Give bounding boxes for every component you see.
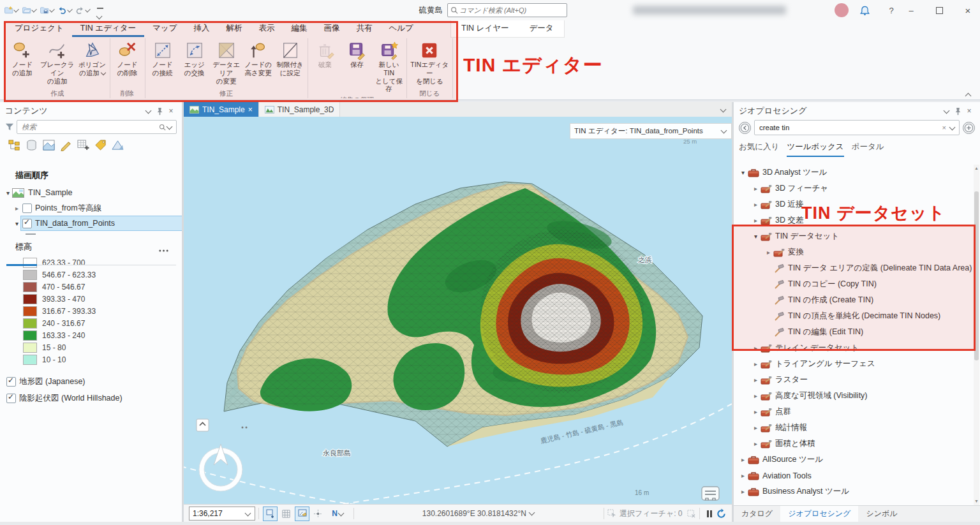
chevron-down-icon[interactable] xyxy=(31,7,37,13)
toolbox-item-label[interactable]: TIN データ エリアの定義 (Delineate TIN Data Area) xyxy=(788,263,972,274)
layer-label[interactable]: TIN_Sample xyxy=(28,188,72,197)
toolbox-item-label[interactable]: 3D 近接 xyxy=(775,199,803,210)
layer-label[interactable]: TIN_data_from_Points xyxy=(35,219,115,228)
close-button[interactable]: × xyxy=(958,3,977,18)
scrollbar-thumb[interactable] xyxy=(974,191,979,360)
layer-checkbox[interactable] xyxy=(22,219,32,228)
toolbox-tree-row[interactable]: TIN データセット xyxy=(734,228,972,244)
ribbon-button[interactable]: 制限付き に設定 xyxy=(274,38,306,78)
toolbox-item-label[interactable]: 変換 xyxy=(788,247,804,258)
back-button[interactable] xyxy=(739,122,751,134)
toolbox-item-label[interactable]: トライアングル サーフェス xyxy=(775,359,875,369)
expander-icon[interactable] xyxy=(752,185,760,192)
coordinates-display[interactable]: 130.2601689°E 30.8181432°N xyxy=(357,509,600,518)
ribbon-tab[interactable]: 挿入 xyxy=(185,20,218,37)
expander-icon[interactable] xyxy=(752,233,760,240)
toolbox-item-label[interactable]: TIN の編集 (Edit TIN) xyxy=(788,327,863,337)
ribbon-button[interactable]: ノード の接続 xyxy=(147,38,179,78)
ribbon-button[interactable]: TINエディター を閉じる xyxy=(408,38,451,86)
expander-icon[interactable] xyxy=(752,424,760,431)
toolbox-item-label[interactable]: テレイン データセット xyxy=(775,343,859,353)
layer-checkbox[interactable] xyxy=(6,377,16,387)
quick-access-button[interactable] xyxy=(22,3,37,17)
contents-toolbar-button[interactable] xyxy=(24,138,39,152)
more-options-icon[interactable] xyxy=(158,249,169,253)
expander-icon[interactable] xyxy=(752,408,760,415)
contents-toolbar-button[interactable] xyxy=(58,138,73,152)
ribbon-tab[interactable]: 編集 xyxy=(283,20,315,37)
toolbox-tree-row[interactable]: 面積と体積 xyxy=(734,436,972,452)
ribbon-button[interactable]: 保存 xyxy=(341,38,373,70)
toolbox-tree-row[interactable]: AllSource ツール xyxy=(734,452,972,468)
basemap-row[interactable]: 陰影起伏図 (World Hillshade) xyxy=(0,390,182,406)
toolbox-item-label[interactable]: TIN データセット xyxy=(775,231,839,242)
toolbox-tree-row[interactable]: TIN の編集 (Edit TIN) xyxy=(734,324,972,340)
close-panel-icon[interactable]: × xyxy=(963,106,975,116)
pin-icon[interactable] xyxy=(952,106,963,116)
add-toolbox-button[interactable] xyxy=(963,122,975,134)
toolbox-tree-row[interactable]: ラスター xyxy=(734,372,972,388)
contents-search-input[interactable] xyxy=(20,122,159,131)
toolbox-tree-row[interactable]: TIN データ エリアの定義 (Delineate TIN Data Area) xyxy=(734,260,972,276)
contents-toolbar-button[interactable] xyxy=(110,138,125,152)
quick-access-button[interactable] xyxy=(57,3,73,17)
toolbox-item-label[interactable]: 3D フィーチャ xyxy=(775,183,828,194)
toolbox-tree-row[interactable]: Business Analyst ツール xyxy=(734,484,972,499)
ribbon-tab[interactable]: 解析 xyxy=(218,20,250,37)
chevron-down-icon[interactable] xyxy=(85,7,91,13)
expander-icon[interactable] xyxy=(739,456,747,463)
chevron-down-icon[interactable] xyxy=(167,123,173,129)
chevron-down-icon[interactable] xyxy=(49,7,55,13)
ribbon-button[interactable]: ノード の削除 xyxy=(112,38,144,78)
expander-icon[interactable] xyxy=(752,217,760,224)
toolbox-item-label[interactable]: TIN のコピー (Copy TIN) xyxy=(788,279,877,290)
toolbox-tree-row[interactable]: Aviation Tools xyxy=(734,468,972,484)
toolbox-tree-row[interactable]: テレイン データセット xyxy=(734,340,972,356)
avatar[interactable] xyxy=(835,3,849,17)
ribbon-tab[interactable]: マップ xyxy=(144,20,185,37)
geoprocessing-tab[interactable]: ポータル xyxy=(852,142,884,157)
pause-drawing-button[interactable] xyxy=(707,510,713,517)
toolbox-item-label[interactable]: 高度な可視領域 (Visibility) xyxy=(775,390,868,401)
toolbox-tree-row[interactable]: 3D フィーチャ xyxy=(734,181,972,196)
ribbon-button[interactable]: 破棄 xyxy=(309,38,341,70)
chevron-down-icon[interactable] xyxy=(949,124,956,130)
ribbon-button[interactable]: データエリア の変更 xyxy=(211,38,242,86)
toolbox-tree-row[interactable]: 変換 xyxy=(734,244,972,260)
toolbox-item-label[interactable]: 3D Analyst ツール xyxy=(762,167,827,178)
contents-search-box[interactable] xyxy=(17,120,177,134)
minimize-button[interactable]: – xyxy=(902,3,921,18)
ribbon-button[interactable]: ポリゴン の追加 xyxy=(77,38,108,78)
dock-tab[interactable]: カタログ xyxy=(734,506,780,522)
rotation-north-button[interactable]: N xyxy=(327,507,350,521)
toolbox-tree-row[interactable]: 点群 xyxy=(734,404,972,420)
map-canvas[interactable]: 鹿児島 - 竹島 - 硫黄島 - 黒島 之浜 永良部島 25 m 16 m xyxy=(184,117,732,504)
command-search[interactable] xyxy=(447,3,567,17)
chevron-down-icon[interactable] xyxy=(67,7,73,13)
toolbox-tree-row[interactable]: TIN の頂点を単純化 (Decimate TIN Nodes) xyxy=(734,308,972,324)
expander-icon[interactable] xyxy=(4,189,12,196)
contents-toolbar-button[interactable] xyxy=(41,138,56,152)
ribbon-button[interactable]: エッジ の交換 xyxy=(179,38,211,78)
map-view-tab[interactable]: TIN_Sample × xyxy=(184,102,259,117)
filter-funnel-icon[interactable] xyxy=(5,122,14,131)
scroll-up-icon[interactable]: ▲ xyxy=(974,166,979,170)
expander-icon[interactable] xyxy=(752,392,760,399)
contents-toolbar-button[interactable] xyxy=(93,138,108,152)
ribbon-button[interactable]: ブレークライン の追加 xyxy=(38,38,77,86)
customize-qat-button[interactable] xyxy=(97,8,103,21)
grid-button[interactable] xyxy=(279,507,293,521)
geoprocessing-tab[interactable]: お気に入り xyxy=(739,142,779,157)
expander-icon[interactable] xyxy=(752,201,760,208)
selected-features-count[interactable]: 選択フィーチャ: 0 xyxy=(620,508,682,519)
snapping-button[interactable] xyxy=(295,507,309,521)
ribbon-button[interactable]: 新しい TIN として保存 xyxy=(373,38,405,94)
basemap-row[interactable]: 地形図 (Japanese) xyxy=(0,373,182,390)
toolbox-tree-row[interactable]: 高度な可視領域 (Visibility) xyxy=(734,388,972,404)
expander-icon[interactable] xyxy=(752,360,760,367)
restore-button[interactable] xyxy=(930,3,949,18)
ribbon-tab[interactable]: 画像 xyxy=(315,20,348,37)
layer-row[interactable]: TIN_Sample xyxy=(0,185,182,200)
expander-icon[interactable] xyxy=(752,344,760,351)
expander-icon[interactable] xyxy=(739,472,747,479)
